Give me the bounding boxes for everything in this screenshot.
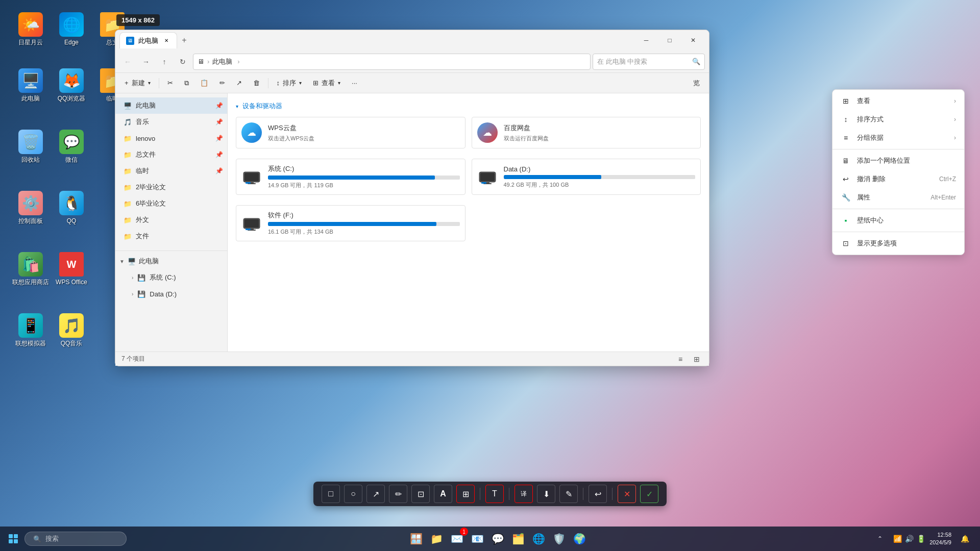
more-button[interactable]: ···: [347, 76, 362, 91]
qqmusic-label: QQ音乐: [61, 340, 83, 348]
desktop-icon-wechat[interactable]: 💬 微信: [51, 128, 92, 166]
notification-button[interactable]: 🔔: [955, 530, 974, 548]
sidebar-tree-c-icon: 💾: [137, 274, 145, 282]
taskbar-folder-yellow[interactable]: 🗂️: [509, 530, 527, 548]
maximize-button[interactable]: □: [658, 32, 681, 48]
ss-rect-button[interactable]: □: [322, 485, 340, 503]
menu-item-more-options[interactable]: ⊡ 显示更多选项: [832, 234, 964, 253]
desktop-icon-lianximoji[interactable]: 📱 联想模拟器: [10, 311, 51, 350]
new-button[interactable]: + 新建 ▾: [119, 76, 156, 91]
taskbar-widget[interactable]: 🪟: [407, 530, 425, 548]
taskbar-green-app[interactable]: 💬: [488, 530, 507, 548]
baidu-cloud-item[interactable]: ☁ 百度网盘 双击运行百度网盘: [472, 117, 701, 148]
sort-label: 排序: [283, 79, 296, 88]
sidebar-item-thesis2[interactable]: 📁 2毕业论文: [115, 179, 227, 195]
ss-edit-button[interactable]: ✎: [559, 485, 578, 503]
delete-button[interactable]: 🗑: [248, 76, 265, 91]
sidebar-item-files[interactable]: 📁 文件: [115, 228, 227, 244]
sidebar-tree-c[interactable]: › 💾 系统 (C:): [115, 269, 227, 286]
desktop-icon-qqmusic[interactable]: 🎵 QQ音乐: [51, 311, 92, 350]
new-tab-button[interactable]: +: [177, 33, 191, 47]
ss-text-a-button[interactable]: A: [434, 485, 452, 503]
desktop-icon-edge[interactable]: 🌐 Edge: [51, 10, 92, 49]
rename-button[interactable]: ✏: [214, 76, 230, 91]
forward-button[interactable]: →: [138, 54, 154, 70]
sort-dropdown-icon: ▾: [299, 80, 302, 86]
desktop-icon-qqbrowser[interactable]: 🦊 QQ浏览器: [51, 66, 92, 105]
ss-capture-button[interactable]: ⊞: [456, 485, 475, 503]
desktop-icon-lianxiang[interactable]: 🛍️ 联想应用商店: [10, 250, 51, 289]
ss-pencil-button[interactable]: ✏: [389, 485, 407, 503]
ss-text-t-button[interactable]: T: [485, 485, 504, 503]
taskbar-browser[interactable]: 🌐: [529, 530, 548, 548]
copy-button[interactable]: ⧉: [179, 76, 194, 91]
controlpanel-label: 控制面板: [18, 217, 43, 226]
address-bar[interactable]: 🖥 › 此电脑 ›: [193, 54, 591, 70]
browse-button[interactable]: 览: [688, 76, 705, 91]
time-display[interactable]: 12:58 2024/5/9: [929, 531, 951, 547]
view-button[interactable]: ⊞ 查看 ▾: [308, 76, 346, 91]
taskbar-search[interactable]: 🔍 搜索: [24, 532, 127, 546]
up-button[interactable]: ↑: [156, 54, 173, 70]
menu-item-wallpaper[interactable]: ▪ 壁纸中心: [832, 211, 964, 230]
drive-c-item[interactable]: 系统 (C:) 14.9 GB 可用，共 119 GB: [236, 159, 465, 195]
sidebar-tree-c-label: 系统 (C:): [150, 273, 176, 282]
tab-close-button[interactable]: ✕: [162, 37, 170, 45]
grid-view-button[interactable]: ⊞: [691, 353, 703, 365]
sidebar-item-lenovo[interactable]: 📁 lenovo 📌: [115, 130, 227, 146]
drive-f-item[interactable]: 软件 (F:) 16.1 GB 可用，共 134 GB: [236, 205, 465, 241]
ss-undo-button[interactable]: ↩: [589, 485, 607, 503]
sort-button[interactable]: ↕ 排序 ▾: [272, 76, 307, 91]
taskbar-filemanager[interactable]: 📁: [427, 530, 446, 548]
close-button[interactable]: ✕: [681, 32, 705, 48]
sidebar-item-foreign[interactable]: 📁 外文: [115, 212, 227, 228]
taskbar-globe[interactable]: 🌍: [570, 530, 589, 548]
qqmusic-icon: 🎵: [63, 317, 81, 334]
ss-cancel-button[interactable]: ✕: [618, 485, 636, 503]
ss-ocr-button[interactable]: ⬇: [537, 485, 555, 503]
menu-item-group[interactable]: ≡ 分组依据 ›: [832, 129, 964, 147]
ss-translate-button[interactable]: 译: [514, 485, 533, 503]
start-button[interactable]: [4, 530, 22, 548]
search-box[interactable]: 在 此电脑 中搜索 🔍: [593, 54, 705, 70]
taskbar-chevron-up[interactable]: ⌃: [871, 530, 889, 548]
menu-item-sort[interactable]: ↕ 排序方式 ›: [832, 110, 964, 129]
ss-confirm-button[interactable]: ✓: [640, 485, 658, 503]
sidebar-tree-header[interactable]: ▼ 🖥️ 此电脑: [115, 253, 227, 269]
ss-circle-button[interactable]: ○: [344, 485, 362, 503]
sidebar-item-music[interactable]: 🎵 音乐 📌: [115, 114, 227, 130]
section-header-devices[interactable]: ▾ 设备和驱动器: [236, 102, 701, 111]
menu-item-properties[interactable]: 🔧 属性 Alt+Enter: [832, 188, 964, 207]
desktop-icon-controlpanel[interactable]: ⚙️ 控制面板: [10, 189, 51, 228]
share-button[interactable]: ↗: [231, 76, 247, 91]
svg-rect-11: [244, 219, 259, 228]
explorer-tab[interactable]: 🖥 此电脑 ✕: [119, 32, 177, 48]
paste-button[interactable]: 📋: [195, 76, 213, 91]
minimize-button[interactable]: ─: [634, 32, 658, 48]
menu-item-view[interactable]: ⊞ 查看 ›: [832, 92, 964, 110]
taskbar-mail[interactable]: ✉️ 1: [448, 530, 466, 548]
menu-item-network[interactable]: 🖥 添加一个网络位置: [832, 152, 964, 170]
menu-item-undo[interactable]: ↩ 撤消 删除 Ctrl+Z: [832, 170, 964, 188]
cut-button[interactable]: ✂: [162, 76, 178, 91]
sidebar-item-zongwenjian[interactable]: 📁 总文件 📌: [115, 146, 227, 163]
ss-arrow-button[interactable]: ↗: [366, 485, 385, 503]
sidebar-item-thesis6[interactable]: 📁 6毕业论文: [115, 195, 227, 212]
refresh-button[interactable]: ↻: [175, 54, 191, 70]
desktop-icon-qq[interactable]: 🐧 QQ: [51, 189, 92, 228]
drive-d-item[interactable]: Data (D:) 49.2 GB 可用，共 100 GB: [472, 159, 701, 195]
back-button[interactable]: ←: [119, 54, 136, 70]
sidebar-item-thispc[interactable]: 🖥️ 此电脑 📌: [115, 97, 227, 114]
sidebar-item-temp[interactable]: 📁 临时 📌: [115, 163, 227, 179]
wps-cloud-item[interactable]: ☁ WPS云盘 双击进入WPS云盘: [236, 117, 465, 148]
sidebar-tree-d[interactable]: › 💾 Data (D:): [115, 286, 227, 302]
list-view-button[interactable]: ≡: [674, 353, 687, 365]
desktop-icon-sunmoon[interactable]: 🌤️ 日星月云: [10, 10, 51, 49]
desktop-icon-wpsoffice[interactable]: W WPS Office: [51, 250, 92, 289]
taskbar-security[interactable]: 🛡️: [550, 530, 568, 548]
ss-mosaic-button[interactable]: ⊡: [411, 485, 430, 503]
new-dropdown-icon: ▾: [148, 80, 151, 86]
desktop-icon-recycle[interactable]: 🗑️ 回收站: [10, 128, 51, 166]
taskbar-email2[interactable]: 📧: [468, 530, 486, 548]
desktop-icon-thispc[interactable]: 🖥️ 此电脑: [10, 66, 51, 105]
